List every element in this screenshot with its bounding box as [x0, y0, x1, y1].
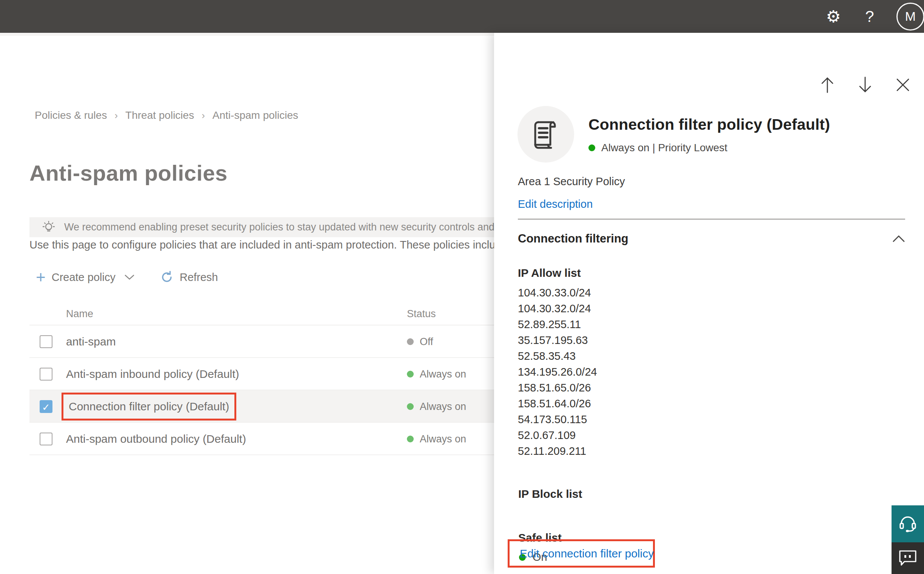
screen: ⚙ ? M Policies & rules › Threat policies…	[0, 0, 924, 574]
edit-connection-filter-policy-link[interactable]: Edit connection filter policy	[520, 547, 654, 560]
ip-allow-entry: 52.89.255.11	[518, 316, 597, 332]
flyout-header: Connection filter policy (Default) Alway…	[517, 106, 830, 162]
avatar: M	[896, 3, 924, 30]
policy-name[interactable]: anti-spam	[66, 325, 116, 358]
help-button[interactable]: ?	[851, 0, 888, 33]
support-button[interactable]	[892, 505, 924, 542]
flyout-controls	[817, 74, 913, 95]
breadcrumb-separator: ›	[202, 110, 205, 121]
main-content: Policies & rules › Threat policies › Ant…	[0, 36, 494, 574]
status-dot-green	[407, 371, 414, 377]
table-row[interactable]: Anti-spam inbound policy (Default)Always…	[29, 358, 494, 390]
breadcrumb-policies-rules[interactable]: Policies & rules	[35, 109, 107, 121]
ip-allow-entry: 134.195.26.0/24	[518, 364, 597, 380]
flyout-status: Always on | Priority Lowest	[589, 142, 830, 154]
table-row[interactable]: anti-spamOff	[29, 325, 494, 358]
close-icon	[896, 78, 910, 92]
ip-allow-entry: 54.173.50.115	[518, 412, 597, 427]
table-body: anti-spamOffAnti-spam inbound policy (De…	[29, 325, 494, 455]
column-header-status[interactable]: Status	[407, 308, 436, 320]
breadcrumb-separator: ›	[114, 110, 118, 121]
status-text: Off	[420, 336, 433, 348]
ip-allow-entry: 104.30.33.0/24	[518, 285, 597, 301]
policy-status: Always on	[407, 390, 466, 423]
flyout-status-text: Always on | Priority Lowest	[601, 142, 727, 154]
policy-status: Always on	[407, 358, 466, 390]
breadcrumb-anti-spam-policies[interactable]: Anti-spam policies	[212, 109, 298, 121]
ip-allow-entry: 104.30.32.0/24	[518, 301, 597, 316]
arrow-up-icon	[820, 77, 835, 93]
help-icon: ?	[865, 8, 874, 26]
policy-status: Off	[407, 325, 433, 358]
previous-item-button[interactable]	[817, 74, 838, 95]
table-row[interactable]: Anti-spam outbound policy (Default)Alway…	[29, 423, 494, 455]
banner-text: We recommend enabling preset security po…	[64, 221, 494, 233]
chevron-down-icon	[125, 274, 134, 280]
flyout-title: Connection filter policy (Default)	[589, 116, 830, 134]
settings-button[interactable]: ⚙	[815, 0, 851, 33]
ip-allow-entry: 52.0.67.109	[518, 427, 597, 443]
section-title: Connection filtering	[518, 232, 628, 246]
lightbulb-icon	[41, 220, 56, 235]
table-row[interactable]: ✓Connection filter policy (Default)Alway…	[29, 390, 494, 423]
row-checkbox-checked[interactable]: ✓	[40, 400, 52, 413]
headset-icon	[898, 514, 918, 534]
ip-block-list-label: IP Block list	[518, 488, 582, 500]
ip-allow-entry: 158.51.65.0/26	[518, 380, 597, 396]
refresh-icon	[160, 270, 174, 284]
policy-table: Name Status anti-spamOffAnti-spam inboun…	[29, 300, 494, 455]
edit-description-link[interactable]: Edit description	[518, 198, 593, 210]
divider	[518, 219, 905, 219]
plus-icon: +	[36, 269, 46, 285]
status-dot-gray	[407, 338, 414, 345]
scroll-policy-icon	[532, 118, 560, 150]
edit-link-highlight-box: Edit connection filter policy	[508, 539, 655, 568]
feedback-button[interactable]	[892, 542, 924, 574]
status-text: Always on	[420, 369, 466, 380]
row-checkbox[interactable]	[40, 432, 52, 445]
ip-allow-list-label: IP Allow list	[518, 266, 581, 279]
next-item-button[interactable]	[854, 74, 876, 95]
status-dot-green	[407, 435, 414, 442]
status-dot-green	[407, 403, 414, 410]
status-dot-green	[589, 144, 595, 151]
policy-status: Always on	[407, 423, 466, 455]
refresh-label: Refresh	[180, 271, 218, 284]
breadcrumb: Policies & rules › Threat policies › Ant…	[35, 109, 298, 121]
ip-allow-entry: 52.58.35.43	[518, 348, 597, 364]
account-button[interactable]: M	[888, 0, 924, 33]
gear-icon: ⚙	[826, 8, 840, 25]
chevron-up-icon	[892, 235, 905, 243]
create-policy-button[interactable]: + Create policy	[36, 269, 134, 285]
ip-allow-list: 104.30.33.0/24104.30.32.0/2452.89.255.11…	[518, 285, 597, 459]
chat-feedback-icon	[898, 549, 917, 567]
table-header: Name Status	[29, 300, 494, 325]
app-topbar: ⚙ ? M	[0, 0, 924, 33]
policy-name[interactable]: Anti-spam outbound policy (Default)	[66, 423, 246, 455]
ip-allow-entry: 158.51.64.0/26	[518, 396, 597, 412]
policy-details-flyout: Connection filter policy (Default) Alway…	[494, 33, 924, 574]
ip-allow-entry: 35.157.195.63	[518, 332, 597, 348]
row-checkbox[interactable]	[40, 368, 52, 380]
column-header-name[interactable]: Name	[66, 308, 93, 320]
policy-name[interactable]: Anti-spam inbound policy (Default)	[66, 358, 239, 390]
policy-icon-circle	[517, 106, 574, 162]
status-text: Always on	[420, 401, 466, 413]
close-flyout-button[interactable]	[892, 74, 913, 95]
row-checkbox[interactable]	[40, 335, 52, 348]
policy-description: Area 1 Security Policy	[518, 175, 625, 188]
page-title: Anti-spam policies	[29, 160, 228, 186]
create-policy-label: Create policy	[52, 271, 115, 284]
ip-allow-entry: 52.11.209.211	[518, 443, 597, 459]
status-text: Always on	[420, 433, 466, 445]
page-description: Use this page to configure policies that…	[29, 239, 494, 251]
recommendation-banner: We recommend enabling preset security po…	[29, 217, 494, 237]
breadcrumb-threat-policies[interactable]: Threat policies	[125, 109, 194, 121]
policy-name[interactable]: Connection filter policy (Default)	[62, 393, 236, 421]
toolbar: + Create policy Refresh	[36, 269, 218, 285]
connection-filtering-section-header[interactable]: Connection filtering	[518, 232, 905, 246]
refresh-button[interactable]: Refresh	[160, 270, 218, 284]
arrow-down-icon	[858, 77, 873, 93]
